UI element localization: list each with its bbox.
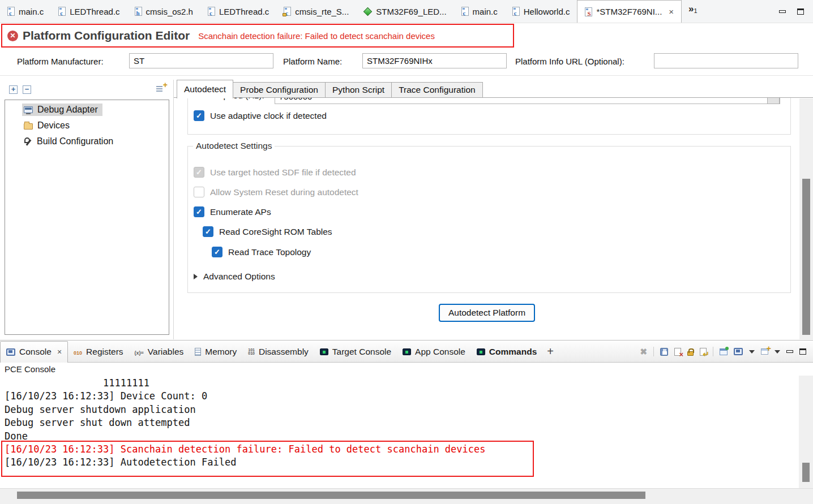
add-configuration-icon[interactable] bbox=[156, 84, 168, 94]
enumerate-aps-checkbox-row[interactable]: Enumerate APs bbox=[194, 206, 271, 217]
editor-tab-stm32f69-led[interactable]: STM32F69_LED... bbox=[356, 0, 453, 23]
minimize-icon[interactable] bbox=[779, 10, 786, 13]
expand-all-icon[interactable]: + bbox=[9, 85, 18, 94]
platform-name-input[interactable] bbox=[362, 53, 507, 68]
tab-probe-configuration[interactable]: Probe Configuration bbox=[233, 82, 326, 98]
console-toolbar bbox=[640, 347, 813, 357]
console-error-annotation bbox=[1, 441, 534, 477]
overflow-tabs-icon[interactable]: »1 bbox=[682, 0, 703, 23]
toolbar-separator bbox=[653, 347, 654, 356]
variables-icon bbox=[135, 347, 144, 357]
tab-commands[interactable]: Commands bbox=[471, 341, 542, 363]
console-tab-label: Variables bbox=[148, 347, 183, 357]
save-console-icon[interactable] bbox=[660, 348, 668, 356]
checkbox-icon[interactable] bbox=[194, 110, 204, 121]
pin-console-icon[interactable] bbox=[720, 348, 728, 355]
h-file-icon: h bbox=[135, 7, 142, 16]
c-file-icon: c bbox=[208, 7, 215, 16]
console-tab-label: Memory bbox=[205, 347, 237, 357]
c-file-icon: c bbox=[512, 7, 520, 16]
sdf-file-icon: S bbox=[585, 7, 592, 16]
editor-tab-label: Helloworld.c bbox=[524, 7, 570, 16]
tab-memory[interactable]: Memory bbox=[189, 341, 242, 363]
clear-console-icon[interactable] bbox=[674, 348, 681, 356]
platform-manufacturer-label: Platform Manufacturer: bbox=[17, 57, 104, 66]
open-console-icon[interactable] bbox=[761, 348, 768, 355]
console-line: 11111111 bbox=[5, 377, 799, 390]
console-tab-label: Registers bbox=[86, 347, 123, 357]
tree-item-debug-adapter[interactable]: Debug Adapter bbox=[5, 102, 169, 118]
console-tab-bar: Console × Registers Variables Memory Dis… bbox=[0, 341, 813, 363]
checkbox-icon[interactable] bbox=[203, 226, 213, 237]
editor-tab-stm32f769-active[interactable]: S *STM32F769NI... × bbox=[577, 0, 682, 23]
tree-item-build-configuration[interactable]: Build Configuration bbox=[5, 133, 169, 149]
toolbar-separator bbox=[713, 347, 713, 356]
editor-tab-cmsis-rte[interactable]: c cmsis_rte_S... bbox=[276, 0, 356, 23]
close-console-tab-icon[interactable]: × bbox=[57, 347, 62, 356]
tab-python-script[interactable]: Python Script bbox=[326, 82, 392, 98]
close-tab-icon[interactable]: × bbox=[669, 7, 674, 16]
advanced-options-expander[interactable]: Advanced Options bbox=[194, 272, 275, 282]
editor-tab-main-c[interactable]: c main.c bbox=[0, 0, 51, 23]
console-scrollbar-thumb[interactable] bbox=[802, 463, 810, 482]
view-controls bbox=[762, 0, 813, 23]
form-divider bbox=[0, 75, 813, 76]
add-view-button[interactable]: + bbox=[542, 345, 558, 358]
console-line: Debug server shutdown application bbox=[5, 403, 799, 416]
dropdown-arrow-icon[interactable] bbox=[775, 350, 780, 354]
console-tab-label: Console bbox=[19, 347, 52, 357]
word-wrap-icon[interactable] bbox=[700, 348, 707, 356]
editor-tab-helloworld-c[interactable]: c Helloworld.c bbox=[505, 0, 577, 23]
console-tab-label: Commands bbox=[489, 347, 537, 357]
tab-console[interactable]: Console × bbox=[0, 341, 68, 363]
checkbox-icon bbox=[194, 187, 204, 197]
adaptive-clock-checkbox-row[interactable]: Use adaptive clock if detected bbox=[194, 110, 327, 121]
tab-autodetect[interactable]: Autodetect bbox=[177, 80, 233, 98]
platform-url-label: Platform Info URL (Optional): bbox=[515, 57, 624, 66]
checkbox-icon bbox=[194, 167, 204, 178]
tab-variables[interactable]: Variables bbox=[129, 341, 190, 363]
tab-app-console[interactable]: App Console bbox=[397, 341, 471, 363]
remove-console-icon[interactable] bbox=[640, 347, 647, 357]
editor-tab-ledthread-c-2[interactable]: c LEDThread.c bbox=[200, 0, 276, 23]
read-trace-topology-checkbox-row[interactable]: Read Trace Topology bbox=[212, 247, 311, 257]
registers-icon bbox=[74, 347, 82, 357]
editor-tab-label: main.c bbox=[19, 7, 44, 16]
c-file-icon: c bbox=[7, 7, 15, 16]
maximize-icon[interactable] bbox=[799, 348, 806, 355]
tree-item-devices[interactable]: Devices bbox=[5, 118, 169, 133]
tab-disassembly[interactable]: Disassembly bbox=[242, 341, 314, 363]
checkbox-icon[interactable] bbox=[212, 247, 222, 257]
checkbox-label: Enumerate APs bbox=[210, 207, 271, 217]
editor-tab-label: cmsis_os2.h bbox=[146, 7, 193, 16]
main-scrollbar-thumb[interactable] bbox=[802, 179, 810, 335]
display-console-icon[interactable] bbox=[734, 348, 743, 355]
clock-speed-input[interactable] bbox=[275, 98, 780, 104]
config-tab-bar: Autodetect Probe Configuration Python Sc… bbox=[177, 80, 483, 98]
editor-tab-label: cmsis_rte_S... bbox=[295, 7, 349, 16]
minimize-icon[interactable] bbox=[786, 350, 793, 353]
page-title: Platform Configuration Editor bbox=[23, 29, 190, 42]
checkbox-label: Use target hosted SDF file if detected bbox=[210, 167, 356, 178]
platform-url-input[interactable] bbox=[654, 53, 798, 68]
read-rom-tables-checkbox-row[interactable]: Read CoreSight ROM Tables bbox=[203, 226, 332, 237]
platform-manufacturer-input[interactable] bbox=[129, 53, 273, 68]
editor-tab-bar: c main.c c LEDThread.c h cmsis_os2.h c L… bbox=[0, 0, 813, 23]
checkbox-icon[interactable] bbox=[194, 206, 204, 217]
maximize-icon[interactable] bbox=[797, 8, 804, 15]
editor-tab-ledthread-c[interactable]: c LEDThread.c bbox=[51, 0, 127, 23]
tab-registers[interactable]: Registers bbox=[68, 341, 129, 363]
autodetect-platform-button[interactable]: Autodetect Platform bbox=[439, 304, 535, 322]
tab-trace-configuration[interactable]: Trace Configuration bbox=[392, 82, 483, 98]
tab-target-console[interactable]: Target Console bbox=[314, 341, 397, 363]
debug-adapter-icon bbox=[24, 106, 33, 113]
horizontal-scrollbar-thumb[interactable] bbox=[17, 492, 645, 499]
editor-tab-main-c-2[interactable]: c main.c bbox=[454, 0, 505, 23]
editor-tab-cmsis-os2-h[interactable]: h cmsis_os2.h bbox=[127, 0, 200, 23]
collapse-all-icon[interactable]: − bbox=[23, 85, 31, 94]
dropdown-arrow-icon[interactable] bbox=[749, 350, 755, 354]
target-console-icon bbox=[477, 348, 485, 355]
scrollbar-top-stub[interactable] bbox=[767, 98, 780, 104]
platform-name-label: Platform Name: bbox=[283, 57, 342, 66]
scroll-lock-icon[interactable] bbox=[687, 351, 694, 356]
